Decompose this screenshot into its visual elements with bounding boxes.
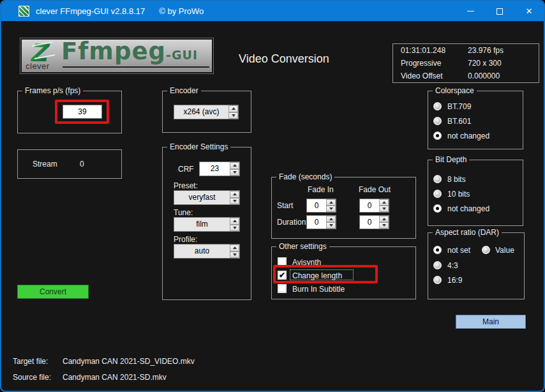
colorspace-group-label: Colorspace xyxy=(433,86,477,95)
window-title: clever FFmpeg-GUI v2.8.8.17 xyxy=(36,6,145,16)
fade-out-start-spinner[interactable]: 0 xyxy=(359,199,389,213)
avisynth-checkbox[interactable] xyxy=(278,257,287,266)
aspect-ratio-group-label: Aspect ratio (DAR) xyxy=(433,228,502,237)
target-file-value: Candyman CAN 2021-SD_VIDEO.mkv xyxy=(63,357,195,366)
spin-up-button[interactable] xyxy=(230,191,239,198)
media-info-row: 01:31:01.248 23.976 fps xyxy=(393,45,539,57)
aspect-4-3-label: 4:3 xyxy=(447,261,458,270)
spin-up-button[interactable] xyxy=(230,218,239,225)
aspect-16-9-radio[interactable] xyxy=(433,276,442,284)
profile-select[interactable]: auto xyxy=(174,244,240,259)
spin-up-button[interactable] xyxy=(379,216,389,222)
spin-up-button[interactable] xyxy=(326,199,336,206)
fps-input[interactable]: 39 xyxy=(63,105,102,119)
fade-out-header: Fade Out xyxy=(359,185,391,194)
stream-label: Stream xyxy=(33,160,57,169)
change-length-label: Change length xyxy=(292,271,342,280)
encoder-value: x264 (avc) xyxy=(174,105,228,119)
arrow-up-icon xyxy=(233,220,237,222)
spin-down-button[interactable] xyxy=(228,112,238,119)
preset-spinner-buttons xyxy=(230,191,239,204)
encoder-select[interactable]: x264 (avc) xyxy=(174,105,239,119)
colorspace-not-changed-label: not changed xyxy=(447,132,489,140)
arrow-down-icon xyxy=(382,224,386,227)
maximize-button[interactable] xyxy=(485,1,514,21)
arrow-up-icon xyxy=(329,201,333,204)
arrow-up-icon xyxy=(382,201,386,204)
preset-value: veryfast xyxy=(174,191,230,204)
spin-down-button[interactable] xyxy=(379,222,389,229)
colorspace-bt709-radio[interactable] xyxy=(433,102,442,110)
bit-depth-group: Bit Depth xyxy=(428,160,523,226)
fade-in-start-spinner[interactable]: 0 xyxy=(306,199,336,213)
profile-spinner-buttons xyxy=(230,245,239,258)
spin-down-button[interactable] xyxy=(230,252,239,259)
preset-select[interactable]: veryfast xyxy=(174,190,240,205)
media-info-row: Progressive 720 x 300 xyxy=(393,57,539,70)
logo-text: Ffmpeg-GUI xyxy=(61,39,198,68)
bit-depth-10-radio[interactable] xyxy=(433,190,442,198)
app-icon xyxy=(19,6,29,17)
spin-down-button[interactable] xyxy=(230,225,239,232)
crf-spinner-buttons xyxy=(230,162,239,176)
arrow-up-icon xyxy=(382,218,386,220)
bit-depth-8-label: 8 bits xyxy=(447,175,466,184)
colorspace-not-changed-radio[interactable] xyxy=(433,132,442,140)
media-offset-label: Video Offset xyxy=(401,70,443,82)
spin-down-button[interactable] xyxy=(326,222,336,229)
aspect-not-set-label: not set xyxy=(447,246,470,255)
avisynth-label: Avisynth xyxy=(292,258,321,267)
arrow-down-icon xyxy=(233,171,237,174)
fade-in-start-value: 0 xyxy=(307,199,326,212)
logo-suffix: -GUI xyxy=(166,48,198,62)
fade-in-duration-spinner[interactable]: 0 xyxy=(306,215,336,229)
preset-label: Preset: xyxy=(174,181,198,190)
spin-down-button[interactable] xyxy=(230,198,239,205)
fade-out-duration-spinner[interactable]: 0 xyxy=(359,215,389,229)
spin-down-button[interactable] xyxy=(230,169,239,176)
app-logo: Z clever Ffmpeg-GUI xyxy=(20,38,213,73)
target-file-label: Target file: xyxy=(13,357,48,366)
spin-up-button[interactable] xyxy=(326,216,336,222)
burn-in-subtitle-checkbox[interactable] xyxy=(278,284,287,293)
main-button[interactable]: Main xyxy=(456,315,526,329)
stream-value: 0 xyxy=(80,160,84,169)
crf-spinner[interactable]: 23 xyxy=(199,162,240,176)
arrow-down-icon xyxy=(233,227,237,229)
window-copyright: © by ProWo xyxy=(159,6,204,16)
media-timecode: 01:31:01.248 xyxy=(401,45,445,57)
aspect-value-radio[interactable] xyxy=(482,246,490,254)
encoder-settings-group-label: Encoder Settings xyxy=(167,142,230,151)
stream-box: Stream 0 xyxy=(17,149,122,179)
spinner-buttons xyxy=(379,199,389,212)
colorspace-bt601-radio[interactable] xyxy=(433,117,442,125)
change-length-checkbox[interactable] xyxy=(278,271,287,280)
spin-down-button[interactable] xyxy=(326,206,336,212)
close-button[interactable]: ✕ xyxy=(514,1,544,21)
arrow-down-icon xyxy=(329,224,333,227)
close-icon: ✕ xyxy=(526,7,533,15)
logo-underline xyxy=(63,66,209,68)
spin-up-button[interactable] xyxy=(230,162,239,169)
spinner-buttons xyxy=(326,199,336,212)
spin-down-button[interactable] xyxy=(379,206,389,212)
source-file-label: Source file: xyxy=(13,373,51,382)
media-info-row: Video Offset 0.000000 xyxy=(393,70,539,82)
spin-up-button[interactable] xyxy=(228,105,238,112)
tune-label: Tune: xyxy=(174,208,193,217)
spin-up-button[interactable] xyxy=(379,199,389,206)
bit-depth-not-changed-radio[interactable] xyxy=(433,204,442,213)
minimize-button[interactable] xyxy=(456,1,485,21)
media-scan-type: Progressive xyxy=(401,57,441,70)
spin-up-button[interactable] xyxy=(230,245,239,252)
colorspace-group: Colorspace xyxy=(428,91,523,149)
tune-select[interactable]: film xyxy=(174,217,240,232)
media-info-box: 01:31:01.248 23.976 fps Progressive 720 … xyxy=(392,43,539,83)
fps-group-label: Frames p/s (fps) xyxy=(22,86,83,95)
convert-button[interactable]: Convert xyxy=(17,285,89,299)
caption-buttons: ✕ xyxy=(456,1,544,21)
arrow-up-icon xyxy=(329,218,333,220)
aspect-not-set-radio[interactable] xyxy=(433,246,442,254)
bit-depth-8-radio[interactable] xyxy=(433,175,442,183)
aspect-4-3-radio[interactable] xyxy=(433,261,442,269)
